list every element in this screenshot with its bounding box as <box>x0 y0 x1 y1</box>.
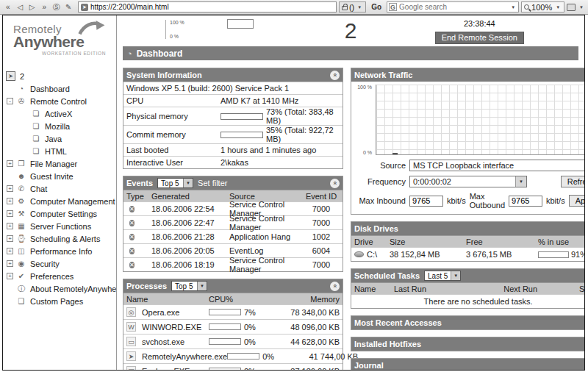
error-icon: ✕ <box>129 248 135 254</box>
y-axis-max-label: 100 % <box>354 85 372 90</box>
expand-node-toggle[interactable]: + <box>7 160 13 167</box>
sidebar-item-guest-invite[interactable]: ☻ Guest Invite <box>3 170 116 182</box>
guest-invite-icon: ☻ <box>16 171 26 182</box>
frequency-select[interactable]: 0:00:00:02 ▼ <box>409 176 527 187</box>
remotelyanywhere-icon: ➤ <box>126 351 136 361</box>
sidebar-item-computer-settings[interactable]: + ⚒ Computer Settings <box>3 207 116 220</box>
collapse-panel-icon[interactable]: « <box>330 179 340 188</box>
sidebar-item-dashboard[interactable]: ◔ Dashboard <box>3 82 116 95</box>
sidebar-item-file-manager[interactable]: + ❐ File Manager <box>3 157 116 170</box>
edit-icon[interactable]: ✎ <box>63 2 73 12</box>
address-bar[interactable] <box>90 3 334 11</box>
security-dropdown-arrow-icon[interactable]: ▼ <box>356 5 363 10</box>
back-icon[interactable]: ◁ <box>15 2 24 12</box>
max-inbound-label: Max Inbound <box>354 196 406 205</box>
error-icon: ✕ <box>129 234 135 240</box>
panels-toggle-icon[interactable] <box>567 4 576 11</box>
expand-node-toggle[interactable]: + <box>7 223 13 229</box>
expand-node-toggle[interactable]: + <box>7 210 13 217</box>
sidebar-item-chat[interactable]: + ✆ Chat <box>3 182 116 195</box>
zoom-control[interactable]: 100% ▼ <box>521 1 564 12</box>
end-remote-session-button[interactable]: End Remote Session <box>435 32 524 44</box>
gear-icon: ⚙ <box>16 196 26 207</box>
search-input[interactable] <box>399 3 507 11</box>
panel-title: Scheduled Tasks <box>354 271 420 280</box>
chevron-down-icon: ▼ <box>197 282 207 290</box>
source-label: Source <box>354 161 406 170</box>
search-dropdown-arrow-icon[interactable]: ▼ <box>509 5 517 10</box>
sidebar-item-computer-management[interactable]: + ⚙ Computer Management <box>3 195 116 207</box>
process-row[interactable]: WWINWORD.EXE 0% 48 096,00 KB <box>123 319 343 334</box>
sidebar-item-about[interactable]: ⓘ About RemotelyAnywhere <box>3 282 116 295</box>
expand-node-toggle[interactable]: + <box>7 260 13 267</box>
expand-node-toggle[interactable]: + <box>7 273 13 279</box>
collapse-panel-icon[interactable]: « <box>330 282 340 291</box>
sidebar-item-security[interactable]: + ◉ Security <box>3 257 116 270</box>
source-select[interactable]: MS TCP Loopback interface ▼ <box>409 160 584 171</box>
address-bar-container: ➤ <box>78 1 337 12</box>
sidebar-item-mozilla[interactable]: ❏ Mozilla <box>3 120 116 132</box>
process-row[interactable]: ▭svchost.exe 0% 44 628,00 KB <box>123 334 343 348</box>
sidebar-item-server-functions[interactable]: + ▦ Server Functions <box>3 220 116 232</box>
process-row[interactable]: ▣Explorer.EXE 0% 37 136,00 KB <box>123 363 343 370</box>
max-outbound-label: Max Outbound <box>470 192 505 210</box>
collapse-node-toggle[interactable]: - <box>7 98 13 104</box>
event-row[interactable]: ✕ 18.06.2006 18:19 Service Control Manag… <box>123 257 343 271</box>
apply-button[interactable]: Apply <box>569 195 584 207</box>
collapse-panel-icon[interactable]: « <box>330 71 340 80</box>
frequency-row: Frequency 0:00:00:02 ▼ Refresh <box>354 176 584 187</box>
sidebar-item-html[interactable]: ❏ HTML <box>3 145 116 157</box>
refresh-button[interactable]: Refresh <box>561 176 584 187</box>
network-traffic-header: Network Traffic « <box>351 68 584 82</box>
expand-node-toggle[interactable]: + <box>7 248 13 254</box>
system-information-panel: System Information « Windows XP 5.1 (bui… <box>123 68 343 169</box>
process-row[interactable]: ➤RemotelyAnywhere.exe 0% 41 744,00 KB <box>123 348 343 363</box>
sidebar-item-remote-control[interactable]: - ✇ Remote Control <box>3 95 116 107</box>
go-button[interactable]: Go <box>368 3 384 11</box>
sidebar-item-preferences[interactable]: + ✔ Preferences <box>3 270 116 282</box>
commit-memory-bar <box>220 132 263 138</box>
page-icon: ❏ <box>31 121 41 132</box>
stop-icon[interactable]: Ⓢ <box>51 2 61 12</box>
expand-node-toggle[interactable]: + <box>7 198 13 204</box>
wrench-icon: ⚒ <box>16 209 26 219</box>
expand-node-toggle[interactable]: + <box>7 185 13 192</box>
page-title-bar: ◔ Dashboard <box>123 46 578 60</box>
security-progress-segment[interactable]: () ▼ <box>339 1 366 12</box>
processes-filter-select[interactable]: Top 5 ▼ <box>171 281 207 291</box>
sidebar-item-performance-info[interactable]: + ◫ Performance Info <box>3 245 116 257</box>
event-row[interactable]: ✕ 18.06.2006 22:47 Service Control Manag… <box>123 215 343 229</box>
rewind-icon[interactable]: « <box>3 2 12 12</box>
process-row[interactable]: ◎Opera.exe 7% 78 348,00 KB <box>123 304 343 319</box>
processes-panel: Processes Top 5 ▼ « Name CPU% Memory ◎Op… <box>123 279 343 370</box>
scheduled-tasks-filter-select[interactable]: Last 5 ▼ <box>424 271 461 281</box>
set-filter-link[interactable]: Set filter <box>198 179 227 187</box>
dashboard-icon: ◔ <box>16 84 26 94</box>
logo-swoosh-icon <box>78 20 106 37</box>
panels-dropdown-arrow-icon[interactable]: ▼ <box>578 5 585 10</box>
zoom-dropdown-arrow-icon[interactable]: ▼ <box>554 5 562 10</box>
max-inbound-input[interactable] <box>409 196 443 207</box>
cpu-bar <box>209 368 241 370</box>
drive-icon <box>354 251 364 257</box>
sidebar-item-java[interactable]: ❏ Java <box>3 132 116 145</box>
folder-icon: ❐ <box>16 159 26 169</box>
fast-forward-icon[interactable]: » <box>39 2 49 12</box>
sidebar-item-scheduling-alerts[interactable]: + ⌚ Scheduling & Alerts <box>3 232 116 245</box>
sidebar-item-activex[interactable]: ❏ ActiveX <box>3 107 116 120</box>
expand-node-toggle[interactable]: + <box>7 235 13 242</box>
chat-icon: ✆ <box>16 184 26 194</box>
main-content: 100 % 0 % 2 23:38:44 End Remote Session … <box>117 15 584 370</box>
chevron-down-icon: ▼ <box>183 179 193 187</box>
os-value: Windows XP 5.1 (build: 2600) Service Pac… <box>126 84 289 93</box>
pages-icon: ❑ <box>16 296 26 307</box>
disk-drive-row[interactable]: C:\ 38 152,84 MB 3 676,15 MB 91% <box>351 247 584 261</box>
tree-root-node[interactable]: ➤ 2 <box>3 70 116 82</box>
sidebar-item-custom-pages[interactable]: ❑ Custom Pages <box>3 295 116 307</box>
tree-root-label: 2 <box>20 72 24 81</box>
max-outbound-input[interactable] <box>509 196 542 207</box>
forward-icon[interactable]: ▷ <box>27 2 37 12</box>
events-filter-select[interactable]: Top 5 ▼ <box>157 178 193 188</box>
zoom-level: 100% <box>531 3 552 12</box>
lock-icon: ◉ <box>16 259 26 269</box>
